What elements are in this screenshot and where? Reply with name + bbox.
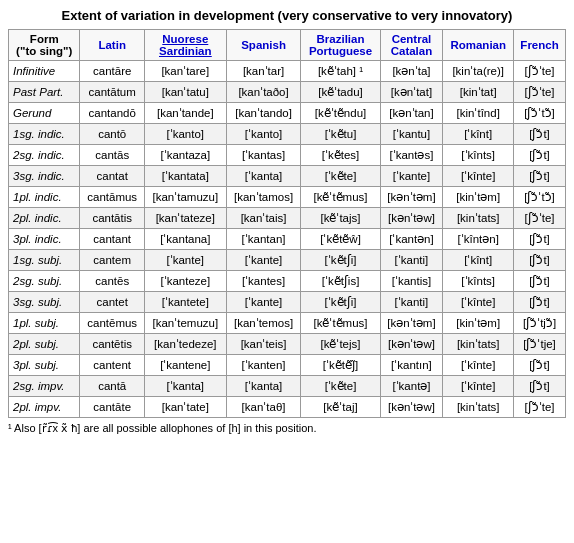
cell-romanian: [ˈkînts] (443, 145, 514, 166)
col-header-nuorese: NuoreseSardinian (144, 30, 226, 61)
cell-form: 2pl. impv. (9, 397, 80, 418)
cell-romanian: [ˈkîntən] (443, 229, 514, 250)
cell-latin: cantāmus (80, 187, 144, 208)
cell-latin: cantāre (80, 61, 144, 82)
cell-french: [ʃɔ̃t] (514, 355, 566, 376)
cell-nuorese: [kanˈtedeze] (144, 334, 226, 355)
cell-latin: cantō (80, 124, 144, 145)
cell-romanian: [kinˈtats] (443, 397, 514, 418)
cell-nuorese: [kanˈtateze] (144, 208, 226, 229)
cell-spanish: [ˈkante] (226, 250, 301, 271)
cell-latin: cantem (80, 250, 144, 271)
cell-french: [ʃɔ̃ˈte] (514, 397, 566, 418)
cell-spanish: [kanˈtaθ] (226, 397, 301, 418)
cell-french: [ʃɔ̃t] (514, 271, 566, 292)
col-header-central_catalan: CentralCatalan (380, 30, 443, 61)
cell-romanian: [kinˈtats] (443, 334, 514, 355)
cell-braz_port: [kẽˈtah] ¹ (301, 61, 380, 82)
cell-braz_port: [ˈkẽtʃi] (301, 250, 380, 271)
cell-nuorese: [kanˈtande] (144, 103, 226, 124)
cell-spanish: [ˈkanten] (226, 355, 301, 376)
cell-romanian: [ˈkînte] (443, 292, 514, 313)
cell-romanian: [ˈkînt] (443, 124, 514, 145)
table-row: 3pl. indic.cantant[ˈkantana][ˈkantan][ˈk… (9, 229, 566, 250)
cell-latin: cantent (80, 355, 144, 376)
cell-french: [ʃɔ̃ˈtjɔ̃] (514, 313, 566, 334)
col-header-braz_port: BrazilianPortuguese (301, 30, 380, 61)
cell-form: 3pl. subj. (9, 355, 80, 376)
table-row: 2pl. impv.cantāte[kanˈtate][kanˈtaθ][kẽˈ… (9, 397, 566, 418)
conjugation-table: Form("to sing")LatinNuoreseSardinianSpan… (8, 29, 566, 418)
cell-form: 1sg. indic. (9, 124, 80, 145)
cell-braz_port: [kẽˈtẽmus] (301, 187, 380, 208)
cell-french: [ʃɔ̃t] (514, 292, 566, 313)
cell-french: [ʃɔ̃t] (514, 124, 566, 145)
cell-braz_port: [ˈkẽte] (301, 166, 380, 187)
cell-spanish: [ˈkanta] (226, 376, 301, 397)
cell-latin: cantēmus (80, 313, 144, 334)
cell-braz_port: [kẽˈtẽndu] (301, 103, 380, 124)
cell-nuorese: [ˈkantene] (144, 355, 226, 376)
cell-central_catalan: [ˈkantın] (380, 355, 443, 376)
table-row: 1pl. subj.cantēmus[kanˈtemuzu][kanˈtemos… (9, 313, 566, 334)
table-row: 2sg. indic.cantās[ˈkantaza][ˈkantas][ˈkẽ… (9, 145, 566, 166)
cell-spanish: [kanˈtemos] (226, 313, 301, 334)
cell-braz_port: [kẽˈtadu] (301, 82, 380, 103)
col-header-spanish: Spanish (226, 30, 301, 61)
col-header-latin: Latin (80, 30, 144, 61)
cell-french: [ʃɔ̃t] (514, 166, 566, 187)
cell-form: 1pl. subj. (9, 313, 80, 334)
cell-latin: cantat (80, 166, 144, 187)
cell-french: [ʃɔ̃ˈte] (514, 82, 566, 103)
cell-spanish: [kanˈtais] (226, 208, 301, 229)
cell-braz_port: [ˈkẽtʃi] (301, 292, 380, 313)
cell-latin: cantās (80, 145, 144, 166)
cell-central_catalan: [ˈkantən] (380, 229, 443, 250)
cell-form: 3pl. indic. (9, 229, 80, 250)
table-row: Gerundcantandō[kanˈtande][kanˈtando][kẽˈ… (9, 103, 566, 124)
table-row: 2sg. subj.cantēs[ˈkanteze][ˈkantes][ˈkẽt… (9, 271, 566, 292)
table-row: 2pl. subj.cantētis[kanˈtedeze][kanˈteis]… (9, 334, 566, 355)
cell-spanish: [kanˈtamos] (226, 187, 301, 208)
cell-french: [ʃɔ̃ˈtje] (514, 334, 566, 355)
cell-central_catalan: [kənˈtəw] (380, 397, 443, 418)
cell-nuorese: [ˈkantana] (144, 229, 226, 250)
cell-central_catalan: [ˈkante] (380, 166, 443, 187)
cell-nuorese: [ˈkantaza] (144, 145, 226, 166)
cell-spanish: [ˈkantas] (226, 145, 301, 166)
cell-latin: cantet (80, 292, 144, 313)
table-row: 2sg. impv.cantā[ˈkanta][ˈkanta][ˈkẽte][ˈ… (9, 376, 566, 397)
cell-form: 1sg. subj. (9, 250, 80, 271)
cell-braz_port: [ˈkẽtẽj̃] (301, 355, 380, 376)
cell-spanish: [kanˈtar] (226, 61, 301, 82)
cell-central_catalan: [kənˈtəw] (380, 334, 443, 355)
cell-central_catalan: [ˈkanti] (380, 292, 443, 313)
table-row: 1sg. indic.cantō[ˈkanto][ˈkanto][ˈkẽtu][… (9, 124, 566, 145)
cell-central_catalan: [kənˈtəw] (380, 208, 443, 229)
cell-braz_port: [ˈkẽtu] (301, 124, 380, 145)
cell-spanish: [ˈkante] (226, 292, 301, 313)
cell-nuorese: [kanˈtamuzu] (144, 187, 226, 208)
cell-braz_port: [ˈkẽtʃis] (301, 271, 380, 292)
cell-form: 1pl. indic. (9, 187, 80, 208)
cell-romanian: [ˈkînte] (443, 166, 514, 187)
cell-braz_port: [ˈkẽtẽŵ] (301, 229, 380, 250)
cell-nuorese: [ˈkantata] (144, 166, 226, 187)
cell-form: Infinitive (9, 61, 80, 82)
cell-french: [ʃɔ̃t] (514, 145, 566, 166)
cell-central_catalan: [ˈkantis] (380, 271, 443, 292)
cell-romanian: [kinˈta(re)] (443, 61, 514, 82)
cell-romanian: [ˈkînt] (443, 250, 514, 271)
cell-central_catalan: [kənˈta] (380, 61, 443, 82)
cell-nuorese: [kanˈtemuzu] (144, 313, 226, 334)
cell-spanish: [ˈkanta] (226, 166, 301, 187)
table-row: Past Part.cantātum[kanˈtatu][kanˈtaðo][k… (9, 82, 566, 103)
cell-french: [ʃɔ̃ˈte] (514, 208, 566, 229)
cell-form: 2sg. subj. (9, 271, 80, 292)
table-row: 1sg. subj.cantem[ˈkante][ˈkante][ˈkẽtʃi]… (9, 250, 566, 271)
cell-central_catalan: [kənˈtəm] (380, 313, 443, 334)
cell-central_catalan: [kənˈtəm] (380, 187, 443, 208)
cell-french: [ʃɔ̃t] (514, 376, 566, 397)
cell-central_catalan: [kənˈtan] (380, 103, 443, 124)
cell-romanian: [ˈkînte] (443, 376, 514, 397)
